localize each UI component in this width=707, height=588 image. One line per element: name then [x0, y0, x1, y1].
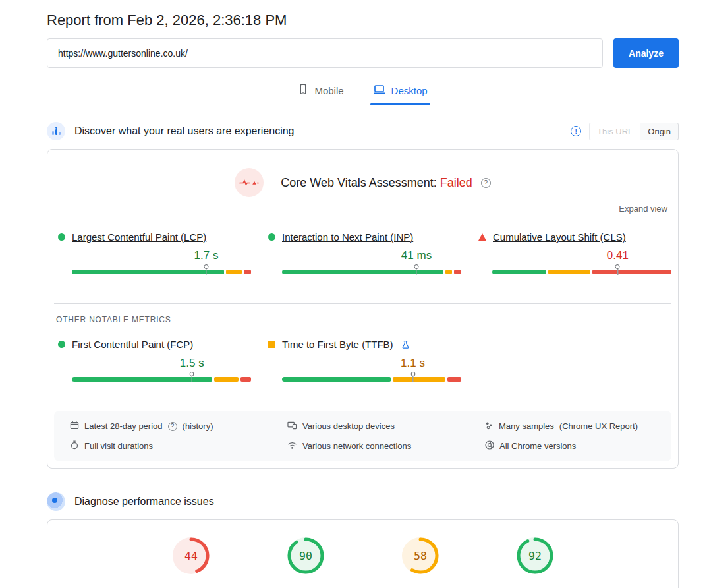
svg-text:90: 90	[299, 550, 312, 562]
cls-distribution-bar	[492, 270, 671, 274]
network-icon	[287, 441, 297, 452]
field-section-title: Discover what your real users are experi…	[74, 125, 294, 137]
crux-network: Various network connections	[287, 440, 485, 452]
svg-text:44: 44	[184, 550, 198, 562]
crux-samples: Many samples Chrome UX Report	[485, 421, 665, 432]
crux-report-link[interactable]: Chrome UX Report	[562, 421, 635, 431]
inp-link[interactable]: Interaction to Next Paint (INP)	[282, 231, 413, 243]
fcp-distribution-bar	[72, 377, 251, 382]
cwv-assessment-label: Core Web Vitals Assessment:	[281, 176, 436, 189]
lcp-link[interactable]: Largest Contentful Paint (LCP)	[72, 231, 206, 243]
device-tabs: Mobile Desktop	[47, 84, 679, 105]
metric-cls: Cumulative Layout Shift (CLS) 0.41	[478, 231, 671, 283]
cls-link[interactable]: Cumulative Layout Shift (CLS)	[493, 231, 626, 243]
accessibility-gauge: 90	[286, 536, 325, 578]
tab-desktop-label: Desktop	[391, 85, 428, 96]
info-icon[interactable]	[571, 126, 581, 136]
svg-text:92: 92	[528, 550, 542, 562]
inp-distribution-bar	[282, 270, 461, 274]
cwv-help-icon[interactable]	[481, 178, 491, 188]
score-performance[interactable]: 44 Performance	[155, 536, 227, 588]
url-bar: Analyze	[47, 38, 679, 68]
inp-value: 41 ms	[401, 249, 432, 262]
analyze-button[interactable]: Analyze	[613, 38, 679, 68]
field-data-header: Discover what your real users are experi…	[47, 122, 679, 140]
experiment-flask-icon	[401, 340, 410, 349]
crux-durations: Full visit durations	[70, 440, 287, 452]
crux-devices: Various desktop devices	[287, 421, 485, 432]
url-input[interactable]	[47, 38, 603, 68]
ttfb-distribution-bar	[282, 377, 461, 382]
best-practices-gauge: 58	[401, 536, 440, 578]
desktop-laptop-icon	[373, 84, 385, 97]
metric-lcp: Largest Contentful Paint (LCP) 1.7 s	[58, 231, 251, 283]
real-users-icon	[47, 122, 65, 140]
history-link[interactable]: history	[185, 421, 210, 431]
lcp-value: 1.7 s	[194, 249, 219, 262]
metric-ttfb: Time to First Byte (TTFB) 1.1 s	[268, 339, 461, 391]
ttfb-link[interactable]: Time to First Byte (TTFB)	[282, 339, 393, 350]
performance-gauge: 44	[171, 536, 211, 578]
lab-section-title: Diagnose performance issues	[74, 496, 214, 508]
score-seo[interactable]: 92 SEO	[499, 536, 571, 588]
lcp-distribution-bar	[72, 270, 251, 274]
this-url-toggle[interactable]: This URL	[589, 123, 640, 140]
score-accessibility[interactable]: 90 Accessibility	[269, 536, 342, 588]
field-data-card: Core Web Vitals Assessment: Failed Expan…	[47, 149, 679, 469]
ttfb-value: 1.1 s	[401, 357, 425, 370]
period-help-icon[interactable]	[168, 422, 177, 431]
stopwatch-icon	[70, 440, 79, 452]
chrome-icon	[485, 440, 494, 452]
metrics-divider	[54, 303, 671, 304]
page-title: Report from Feb 2, 2026, 2:36:18 PM	[47, 12, 679, 29]
calendar-icon	[70, 421, 79, 432]
samples-icon	[485, 421, 494, 432]
svg-text:58: 58	[414, 550, 427, 562]
crux-period: Latest 28-day period history	[70, 421, 287, 432]
origin-toggle[interactable]: Origin	[640, 123, 679, 140]
expand-view-link[interactable]: Expand view	[619, 204, 667, 214]
metric-inp: Interaction to Next Paint (INP) 41 ms	[268, 231, 461, 283]
other-metrics-row: First Contentful Paint (FCP) 1.5 s Time …	[47, 324, 678, 391]
cwv-assessment-result: Failed	[440, 176, 472, 189]
lcp-status-icon	[58, 233, 65, 241]
cls-value: 0.41	[607, 249, 629, 262]
inp-status-icon	[268, 233, 275, 241]
crux-versions: All Chrome versions	[485, 440, 665, 452]
seo-gauge: 92	[515, 536, 555, 578]
ttfb-status-icon	[268, 341, 275, 348]
fcp-value: 1.5 s	[180, 357, 204, 370]
tab-mobile-label: Mobile	[314, 85, 343, 96]
tab-desktop[interactable]: Desktop	[373, 84, 428, 105]
diagnose-gauge-icon	[47, 492, 65, 511]
crux-summary: Latest 28-day period history Full visit …	[54, 411, 671, 461]
mobile-phone-icon	[298, 84, 308, 97]
heartbeat-icon	[235, 168, 264, 197]
cls-status-icon	[478, 233, 486, 241]
fcp-status-icon	[58, 341, 65, 348]
devices-icon	[287, 421, 297, 432]
lab-data-card: 44 Performance 90 Accessibility 58 Best …	[47, 519, 679, 588]
core-metrics-row: Largest Contentful Paint (LCP) 1.7 s Int…	[47, 214, 678, 283]
fcp-link[interactable]: First Contentful Paint (FCP)	[72, 339, 193, 350]
metric-fcp: First Contentful Paint (FCP) 1.5 s	[58, 339, 251, 391]
score-best-practices[interactable]: 58 Best Practices	[384, 536, 457, 588]
lab-data-header: Diagnose performance issues	[47, 492, 679, 511]
tab-mobile[interactable]: Mobile	[298, 84, 343, 105]
category-scores: 44 Performance 90 Accessibility 58 Best …	[47, 520, 678, 588]
other-metrics-label: OTHER NOTABLE METRICS	[56, 315, 678, 324]
cwv-assessment: Core Web Vitals Assessment: Failed	[47, 150, 678, 197]
